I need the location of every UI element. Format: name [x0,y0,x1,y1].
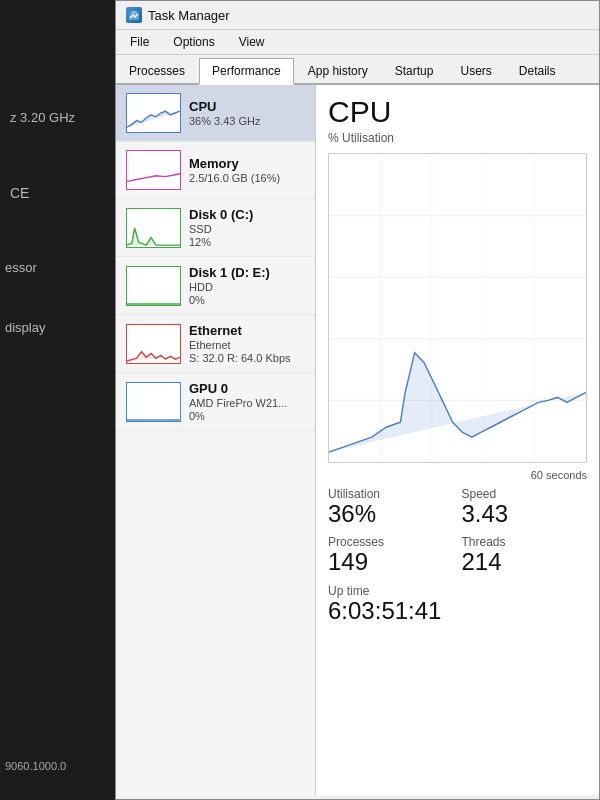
sidebar-item-disk1[interactable]: Disk 1 (D: E:) HDD 0% [116,257,315,315]
sidebar: CPU 36% 3.43 GHz Memory 2.5/16.0 GB (16%… [116,85,316,795]
stat-threads: Threads 214 [462,535,588,575]
detail-panel: CPU % Utilisation [316,85,599,795]
stat-speed: Speed 3.43 [462,487,588,527]
detail-title: CPU [328,95,587,129]
svg-rect-1 [131,11,137,14]
memory-mini-chart [126,150,181,190]
stat-utilisation-value: 36% [328,501,454,527]
ethernet-sub1: Ethernet [189,339,305,351]
stat-threads-label: Threads [462,535,588,549]
cpu-sidebar-info: CPU 36% 3.43 GHz [189,99,305,127]
left-freq-label: z 3.20 GHz [10,110,75,125]
sidebar-item-ethernet[interactable]: Ethernet Ethernet S: 32.0 R: 64.0 Kbps [116,315,315,373]
left-display-label: display [5,320,45,335]
gpu0-sidebar-info: GPU 0 AMD FirePro W21... 0% [189,381,305,422]
stat-processes-value: 149 [328,549,454,575]
tab-startup[interactable]: Startup [382,58,447,83]
stat-uptime-label: Up time [328,584,587,598]
main-content: CPU 36% 3.43 GHz Memory 2.5/16.0 GB (16%… [116,85,599,795]
left-panel: z 3.20 GHz CE essor display 9060.1000.0 [0,0,115,800]
gpu0-sub1: AMD FirePro W21... [189,397,305,409]
sidebar-item-gpu0[interactable]: GPU 0 AMD FirePro W21... 0% [116,373,315,431]
disk0-mini-chart [126,208,181,248]
graph-time-label: 60 seconds [328,469,587,481]
ethernet-title: Ethernet [189,323,305,338]
stat-processes: Processes 149 [328,535,454,575]
stat-speed-label: Speed [462,487,588,501]
tab-performance[interactable]: Performance [199,58,294,85]
gpu0-sub2: 0% [189,410,305,422]
memory-sub: 2.5/16.0 GB (16%) [189,172,305,184]
sidebar-item-memory[interactable]: Memory 2.5/16.0 GB (16%) [116,142,315,199]
tab-bar: Processes Performance App history Startu… [116,55,599,85]
disk0-sub2: 12% [189,236,305,248]
stat-speed-value: 3.43 [462,501,588,527]
title-bar-text: Task Manager [148,8,230,23]
detail-subtitle: % Utilisation [328,131,587,145]
disk1-sub1: HDD [189,281,305,293]
stat-utilisation-label: Utilisation [328,487,454,501]
memory-sidebar-info: Memory 2.5/16.0 GB (16%) [189,156,305,184]
stat-uptime: Up time 6:03:51:41 [328,584,587,624]
tab-app-history[interactable]: App history [295,58,381,83]
memory-title: Memory [189,156,305,171]
menu-options[interactable]: Options [169,33,218,51]
left-ce-label: CE [10,185,29,201]
disk1-sidebar-info: Disk 1 (D: E:) HDD 0% [189,265,305,306]
stat-processes-label: Processes [328,535,454,549]
app-icon [126,7,142,23]
ethernet-mini-chart [126,324,181,364]
menu-view[interactable]: View [235,33,269,51]
ethernet-sub2: S: 32.0 R: 64.0 Kbps [189,352,305,364]
disk0-sub1: SSD [189,223,305,235]
tab-processes[interactable]: Processes [116,58,198,83]
stat-threads-value: 214 [462,549,588,575]
stat-uptime-value: 6:03:51:41 [328,598,587,624]
disk0-sidebar-info: Disk 0 (C:) SSD 12% [189,207,305,248]
cpu-main-graph [328,153,587,463]
cpu-title: CPU [189,99,305,114]
ethernet-sidebar-info: Ethernet Ethernet S: 32.0 R: 64.0 Kbps [189,323,305,364]
sidebar-item-cpu[interactable]: CPU 36% 3.43 GHz [116,85,315,142]
menu-file[interactable]: File [126,33,153,51]
cpu-mini-chart [126,93,181,133]
cpu-sub: 36% 3.43 GHz [189,115,305,127]
stat-utilisation: Utilisation 36% [328,487,454,527]
disk1-mini-chart [126,266,181,306]
menu-bar: File Options View [116,30,599,55]
tab-users[interactable]: Users [447,58,504,83]
task-manager-window: Task Manager File Options View Processes… [115,0,600,800]
gpu0-title: GPU 0 [189,381,305,396]
disk1-title: Disk 1 (D: E:) [189,265,305,280]
left-essor-label: essor [5,260,37,275]
disk0-title: Disk 0 (C:) [189,207,305,222]
left-build-label: 9060.1000.0 [5,760,66,772]
sidebar-item-disk0[interactable]: Disk 0 (C:) SSD 12% [116,199,315,257]
title-bar: Task Manager [116,1,599,30]
stats-grid: Utilisation 36% Speed 3.43 Processes 149… [328,487,587,624]
disk1-sub2: 0% [189,294,305,306]
tab-details[interactable]: Details [506,58,569,83]
gpu0-mini-chart [126,382,181,422]
